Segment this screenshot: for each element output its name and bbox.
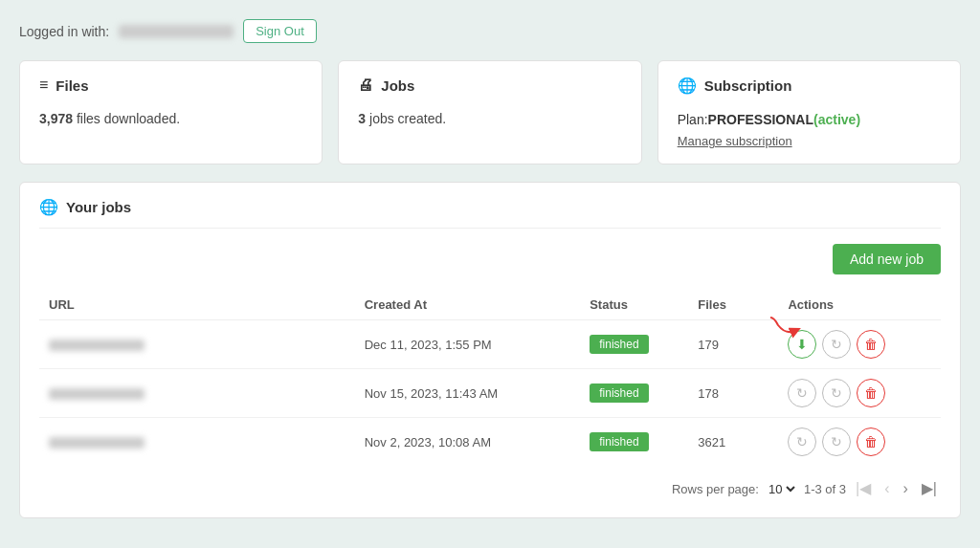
page-range: 1-3 of 3	[804, 482, 846, 496]
actions-container: ⬇↻🗑	[788, 330, 931, 359]
jobs-panel: 🌐 Your jobs Add new job URL Created At S…	[19, 182, 961, 518]
jobs-icon: 🖨	[358, 77, 373, 94]
table-header-row: URL Created At Status Files Actions	[39, 290, 941, 320]
jobs-table: URL Created At Status Files Actions Dec …	[39, 290, 941, 466]
status-badge: finished	[590, 384, 648, 403]
subscription-card-header: 🌐 Subscription	[678, 77, 941, 95]
table-row: Nov 15, 2023, 11:43 AMfinished178↻↻🗑	[39, 369, 941, 418]
refresh-button[interactable]: ↻	[822, 427, 851, 456]
status-badge: finished	[590, 335, 648, 354]
top-bar: Logged in with: Sign Out	[19, 19, 961, 43]
col-header-actions: Actions	[778, 290, 941, 320]
status-badge: finished	[590, 432, 648, 451]
job-created-cell: Nov 15, 2023, 11:43 AM	[355, 369, 581, 418]
logged-in-label: Logged in with:	[19, 24, 109, 39]
logged-in-user	[119, 25, 234, 38]
jobs-toolbar: Add new job	[39, 244, 941, 274]
rows-per-page-label: Rows per page:	[672, 482, 759, 496]
refresh-button[interactable]: ↻	[822, 330, 851, 359]
plan-status: (active)	[813, 112, 860, 127]
job-status-cell: finished	[580, 369, 688, 418]
stats-cards: ≡ Files 3,978 files downloaded. 🖨 Jobs 3…	[19, 60, 961, 164]
delete-button[interactable]: 🗑	[857, 330, 885, 359]
plan-prefix: Plan:	[678, 112, 708, 127]
job-created-cell: Dec 11, 2023, 1:55 PM	[355, 320, 581, 369]
download-button[interactable]: ↻	[788, 427, 816, 456]
manage-subscription-link[interactable]: Manage subscription	[678, 133, 941, 148]
job-url-blurred	[49, 388, 145, 400]
job-url-cell	[39, 369, 355, 418]
job-status-cell: finished	[580, 418, 688, 467]
manage-link-text[interactable]: Manage subscription	[678, 134, 792, 148]
files-count: 3,978	[39, 111, 73, 126]
files-icon: ≡	[39, 77, 48, 94]
jobs-panel-icon: 🌐	[39, 198, 58, 216]
add-new-job-button[interactable]: Add new job	[833, 244, 941, 274]
job-actions-cell: ↻↻🗑	[778, 418, 941, 467]
plan-name: PROFESSIONAL	[708, 112, 813, 127]
files-card-header: ≡ Files	[39, 77, 302, 94]
subscription-card-title: Subscription	[704, 77, 792, 94]
actions-container: ↻↻🗑	[788, 427, 931, 456]
download-btn-wrapper: ⬇	[788, 330, 816, 359]
col-header-url: URL	[39, 290, 355, 320]
jobs-panel-header: 🌐 Your jobs	[39, 198, 941, 229]
job-status-cell: finished	[580, 320, 688, 369]
files-card-value: 3,978 files downloaded.	[39, 111, 302, 126]
download-button[interactable]: ↻	[788, 379, 816, 407]
job-url-blurred	[49, 437, 145, 449]
jobs-card-header: 🖨 Jobs	[358, 77, 621, 94]
subscription-icon: 🌐	[678, 77, 697, 95]
table-row: Nov 2, 2023, 10:08 AMfinished3621↻↻🗑	[39, 418, 941, 467]
delete-button[interactable]: 🗑	[857, 379, 885, 407]
actions-container: ↻↻🗑	[788, 379, 931, 407]
files-card-title: Files	[56, 77, 88, 94]
files-label: files downloaded.	[73, 111, 180, 126]
jobs-card-value: 3 jobs created.	[358, 111, 621, 126]
prev-page-button[interactable]: ‹	[880, 479, 893, 498]
job-created-cell: Nov 2, 2023, 10:08 AM	[355, 418, 581, 467]
delete-button[interactable]: 🗑	[857, 427, 885, 456]
jobs-card-title: Jobs	[381, 77, 414, 94]
subscription-card: 🌐 Subscription Plan:PROFESSIONAL(active)…	[657, 60, 961, 164]
sign-out-button[interactable]: Sign Out	[243, 19, 317, 43]
jobs-count: 3	[358, 111, 366, 126]
jobs-card: 🖨 Jobs 3 jobs created.	[338, 60, 641, 164]
download-button[interactable]: ⬇	[788, 330, 816, 359]
col-header-files: Files	[688, 290, 778, 320]
plan-line: Plan:PROFESSIONAL(active)	[678, 112, 941, 127]
last-page-button[interactable]: ▶|	[918, 479, 941, 498]
col-header-status: Status	[580, 290, 688, 320]
job-actions-cell: ↻↻🗑	[778, 369, 941, 418]
refresh-button[interactable]: ↻	[822, 379, 851, 407]
job-actions-cell: ⬇↻🗑	[778, 320, 941, 369]
rows-per-page-select[interactable]: 10 25 50	[765, 481, 798, 497]
job-url-cell	[39, 418, 355, 467]
job-files-cell: 178	[688, 369, 778, 418]
pagination-row: Rows per page: 10 25 50 1-3 of 3 |◀ ‹ › …	[39, 479, 941, 498]
job-files-cell: 3621	[688, 418, 778, 467]
jobs-label: jobs created.	[366, 111, 446, 126]
first-page-button[interactable]: |◀	[852, 479, 875, 498]
job-url-blurred	[49, 340, 145, 351]
col-header-created: Created At	[355, 290, 581, 320]
job-files-cell: 179	[688, 320, 778, 369]
jobs-panel-title: Your jobs	[66, 199, 131, 215]
table-row: Dec 11, 2023, 1:55 PMfinished179⬇↻🗑	[39, 320, 941, 369]
job-url-cell	[39, 320, 355, 369]
files-card: ≡ Files 3,978 files downloaded.	[19, 60, 323, 164]
next-page-button[interactable]: ›	[900, 479, 912, 498]
